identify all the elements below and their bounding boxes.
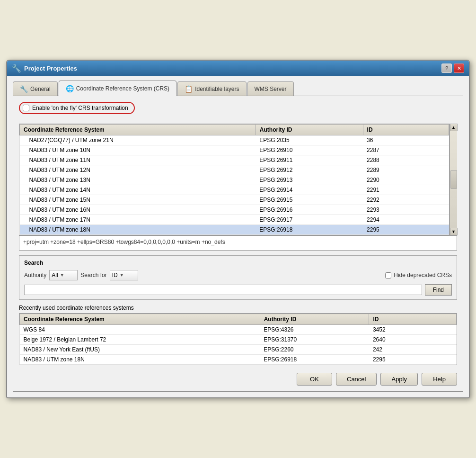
layers-tab-icon: 📋	[185, 85, 193, 93]
tab-crs-label: Coordinate Reference System (CRS)	[76, 85, 169, 92]
authority-dropdown-arrow: ▼	[60, 273, 64, 278]
tab-wms-server[interactable]: WMS Server	[247, 81, 294, 96]
scroll-down-arrow[interactable]: ▼	[450, 228, 458, 235]
crs-cell: NAD83 / UTM zone 14N	[20, 185, 256, 195]
otf-checkbox[interactable]	[23, 105, 29, 111]
find-button[interactable]: Find	[425, 284, 452, 296]
id-cell: 2291	[363, 185, 449, 195]
tab-general[interactable]: 🔧 General	[13, 81, 58, 96]
crs-table-row[interactable]: NAD83 / UTM zone 13NEPSG:269132290	[20, 175, 449, 185]
search-group-title: Search	[24, 260, 452, 266]
authority-value: All	[52, 272, 58, 278]
auth-cell: EPSG:26910	[256, 145, 363, 155]
close-button[interactable]: ✕	[454, 63, 464, 73]
hide-deprecated-checkbox[interactable]	[385, 272, 391, 278]
recent-auth-cell: EPSG:26918	[260, 355, 369, 365]
recent-id-cell: 2295	[369, 355, 457, 365]
crs-tab-icon: 🌐	[66, 85, 74, 92]
help-titlebar-button[interactable]: ?	[441, 63, 452, 73]
tab-bar: 🔧 General 🌐 Coordinate Reference System …	[13, 81, 463, 96]
id-col-header[interactable]: ID	[363, 125, 449, 135]
crs-cell: NAD83 / UTM zone 18N	[20, 225, 256, 235]
recent-id-header[interactable]: ID	[369, 314, 457, 325]
recent-table-row[interactable]: NAD83 / New York East (ftUS)EPSG:2260242	[20, 345, 457, 355]
crs-table-row[interactable]: NAD83 / UTM zone 14NEPSG:269142291	[20, 185, 449, 195]
recent-auth-cell: EPSG:4326	[260, 325, 369, 335]
tab-wms-label: WMS Server	[255, 86, 287, 92]
ok-button[interactable]: OK	[297, 373, 332, 386]
auth-cell: EPSG:26914	[256, 185, 363, 195]
otf-checkbox-label[interactable]: Enable 'on the fly' CRS transformation	[32, 105, 128, 111]
crs-table-row[interactable]: NAD83 / UTM zone 16NEPSG:269162293	[20, 205, 449, 215]
id-cell: 2292	[363, 195, 449, 205]
recent-id-cell: 3452	[369, 325, 457, 335]
search-group: Search Authority All ▼ Search for ID ▼ H…	[19, 255, 457, 300]
auth-cell: EPSG:26913	[256, 175, 363, 185]
crs-table-row[interactable]: NAD83 / UTM zone 12NEPSG:269122289	[20, 165, 449, 175]
crs-table-row[interactable]: NAD83 / UTM zone 17NEPSG:269172294	[20, 215, 449, 225]
crs-cell: NAD83 / UTM zone 16N	[20, 205, 256, 215]
search-for-value: ID	[112, 272, 118, 278]
apply-button[interactable]: Apply	[380, 373, 418, 386]
scroll-thumb[interactable]	[450, 170, 457, 189]
id-cell: 2295	[363, 225, 449, 235]
recent-crs-cell: WGS 84	[20, 325, 260, 335]
recent-table-row[interactable]: WGS 84EPSG:43263452	[20, 325, 457, 335]
crs-cell: NAD83 / UTM zone 12N	[20, 165, 256, 175]
crs-col-header[interactable]: Coordinate Reference System	[20, 125, 256, 135]
auth-cell: EPSG:26918	[256, 225, 363, 235]
crs-table-row[interactable]: NAD83 / UTM zone 18NEPSG:269182295	[20, 225, 449, 235]
recent-id-cell: 2640	[369, 335, 457, 345]
authority-col-header[interactable]: Authority ID	[256, 125, 363, 135]
cancel-button[interactable]: Cancel	[336, 373, 377, 386]
crs-table-scrollbar[interactable]: ▲ ▼	[450, 124, 457, 235]
authority-dropdown[interactable]: All ▼	[49, 270, 78, 280]
crs-table-row[interactable]: NAD83 / UTM zone 10NEPSG:269102287	[20, 145, 449, 155]
crs-table-row[interactable]: NAD27(CGQ77) / UTM zone 21NEPSG:203536	[20, 135, 449, 145]
dialog-button-row: OK Cancel Apply Help	[19, 371, 457, 386]
recent-table-row[interactable]: NAD83 / UTM zone 18NEPSG:269182295	[20, 355, 457, 365]
recent-auth-cell: EPSG:2260	[260, 345, 369, 355]
crs-table-row[interactable]: NAD83 / UTM zone 11NEPSG:269112288	[20, 155, 449, 165]
otf-checkbox-row: Enable 'on the fly' CRS transformation	[19, 102, 135, 114]
crs-cell: NAD83 / UTM zone 11N	[20, 155, 256, 165]
crs-table-row[interactable]: NAD83 / UTM zone 15NEPSG:269152292	[20, 195, 449, 205]
auth-cell: EPSG:26912	[256, 165, 363, 175]
search-text-input[interactable]	[24, 285, 422, 295]
recent-crs-cell: Belge 1972 / Belgian Lambert 72	[20, 335, 260, 345]
recent-table-row[interactable]: Belge 1972 / Belgian Lambert 72EPSG:3137…	[20, 335, 457, 345]
search-input-row: Find	[24, 284, 452, 296]
recent-id-cell: 242	[369, 345, 457, 355]
hide-deprecated-container: Hide deprecated CRSs	[385, 272, 452, 278]
auth-cell: EPSG:26911	[256, 155, 363, 165]
recent-auth-cell: EPSG:31370	[260, 335, 369, 345]
tab-layers-label: Identifiable layers	[195, 86, 239, 92]
search-options-row: Authority All ▼ Search for ID ▼ Hide dep…	[24, 270, 452, 280]
recently-used-section: Recently used coordinate references syst…	[19, 305, 457, 365]
recent-auth-header[interactable]: Authority ID	[260, 314, 369, 325]
help-button[interactable]: Help	[422, 373, 457, 386]
auth-cell: EPSG:26917	[256, 215, 363, 225]
proj-string-display: +proj=utm +zone=18 +ellps=GRS80 +towgs84…	[19, 235, 457, 251]
hide-deprecated-label[interactable]: Hide deprecated CRSs	[394, 272, 452, 278]
recent-crs-header[interactable]: Coordinate Reference System	[20, 314, 260, 325]
crs-table: Coordinate Reference System Authority ID…	[19, 124, 449, 235]
crs-cell: NAD83 / UTM zone 10N	[20, 145, 256, 155]
window-title: Project Properties	[24, 65, 77, 72]
scroll-up-arrow[interactable]: ▲	[450, 124, 458, 131]
search-for-label: Search for	[80, 272, 106, 278]
recently-used-table-container: Coordinate Reference System Authority ID…	[19, 313, 457, 365]
search-for-dropdown[interactable]: ID ▼	[110, 270, 138, 280]
auth-cell: EPSG:26915	[256, 195, 363, 205]
auth-cell: EPSG:2035	[256, 135, 363, 145]
crs-cell: NAD83 / UTM zone 13N	[20, 175, 256, 185]
tab-crs[interactable]: 🌐 Coordinate Reference System (CRS)	[59, 81, 176, 96]
crs-cell: NAD83 / UTM zone 17N	[20, 215, 256, 225]
crs-table-wrapper: Coordinate Reference System Authority ID…	[19, 124, 457, 235]
main-content: 🔧 General 🌐 Coordinate Reference System …	[7, 76, 469, 397]
recent-crs-cell: NAD83 / UTM zone 18N	[20, 355, 260, 365]
id-cell: 2294	[363, 215, 449, 225]
otf-checkbox-container: Enable 'on the fly' CRS transformation	[19, 102, 457, 119]
id-cell: 2293	[363, 205, 449, 215]
tab-identifiable-layers[interactable]: 📋 Identifiable layers	[177, 81, 246, 96]
